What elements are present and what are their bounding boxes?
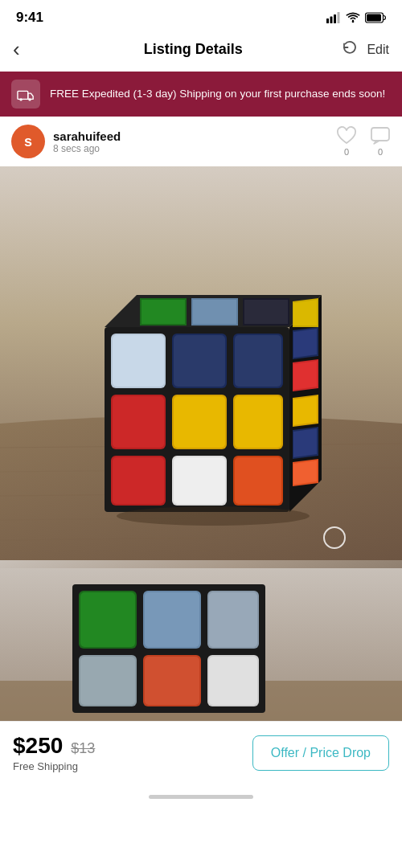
like-count: 0 [344, 147, 349, 157]
comment-count: 0 [378, 147, 383, 157]
image-indicator [323, 526, 346, 549]
svg-marker-51 [293, 361, 317, 390]
offer-price-drop-button[interactable]: Offer / Price Drop [252, 735, 389, 771]
svg-marker-49 [293, 329, 317, 358]
svg-marker-47 [293, 300, 317, 326]
seller-actions: 0 0 [336, 126, 391, 157]
svg-rect-29 [174, 396, 225, 448]
svg-point-9 [28, 98, 31, 100]
svg-marker-40 [142, 300, 185, 324]
cube-illustration-2 [0, 568, 402, 721]
svg-rect-10 [371, 128, 389, 141]
svg-rect-2 [334, 14, 336, 23]
svg-marker-55 [293, 428, 317, 457]
svg-marker-57 [293, 461, 317, 485]
svg-rect-0 [326, 18, 329, 23]
nav-bar: ‹ Listing Details Edit [0, 31, 402, 72]
svg-rect-6 [367, 14, 381, 22]
product-image-main [0, 166, 402, 560]
price-section: $250 $13 Free Shipping [13, 733, 95, 772]
svg-rect-35 [174, 457, 225, 504]
svg-marker-53 [293, 396, 317, 425]
svg-point-8 [19, 98, 22, 100]
battery-icon [365, 12, 386, 23]
status-icons [326, 12, 386, 23]
svg-rect-65 [145, 592, 199, 647]
status-time: 9:41 [16, 10, 43, 26]
svg-point-58 [117, 506, 310, 526]
page-title: Listing Details [45, 41, 341, 58]
wifi-icon [346, 12, 360, 23]
svg-rect-73 [209, 657, 257, 705]
nav-right-actions: Edit [341, 39, 389, 60]
svg-rect-3 [338, 12, 340, 23]
refresh-button[interactable] [341, 39, 359, 60]
svg-rect-63 [80, 592, 135, 647]
avatar: s [11, 125, 45, 158]
signal-icon [326, 12, 341, 23]
home-indicator [0, 788, 402, 802]
svg-rect-71 [145, 657, 199, 705]
svg-rect-67 [209, 592, 257, 647]
bottom-bar: $250 $13 Free Shipping Offer / Price Dro… [0, 721, 402, 788]
seller-info: sarahuifeed 8 secs ago [53, 129, 121, 154]
like-button[interactable]: 0 [336, 126, 357, 157]
svg-rect-33 [113, 457, 164, 504]
price-current: $250 [13, 733, 63, 759]
svg-marker-42 [193, 300, 236, 324]
promo-shipping-icon [11, 80, 40, 108]
svg-rect-31 [235, 396, 281, 448]
svg-rect-27 [113, 396, 164, 448]
svg-rect-23 [174, 335, 225, 387]
shipping-label: Free Shipping [13, 760, 95, 772]
price-original: $13 [71, 740, 95, 757]
svg-point-4 [352, 21, 355, 23]
svg-rect-69 [80, 657, 135, 705]
price-row: $250 $13 [13, 733, 95, 759]
home-bar [149, 795, 253, 799]
svg-rect-21 [113, 335, 164, 387]
svg-rect-25 [235, 335, 281, 387]
svg-rect-7 [18, 91, 28, 99]
edit-button[interactable]: Edit [367, 43, 389, 57]
promo-text: FREE Expedited (1-3 day) Shipping on you… [50, 87, 385, 102]
seller-row: s sarahuifeed 8 secs ago 0 0 [0, 117, 402, 166]
comment-button[interactable]: 0 [370, 126, 391, 157]
back-button[interactable]: ‹ [13, 37, 45, 62]
seller-time: 8 secs ago [53, 143, 121, 154]
seller-left: s sarahuifeed 8 secs ago [11, 125, 121, 158]
promo-banner: FREE Expedited (1-3 day) Shipping on you… [0, 72, 402, 117]
svg-marker-44 [244, 300, 288, 324]
svg-rect-37 [235, 457, 281, 504]
cube-illustration [0, 166, 402, 560]
product-image-secondary [0, 560, 402, 721]
svg-rect-1 [330, 17, 333, 24]
seller-name[interactable]: sarahuifeed [53, 129, 121, 143]
status-bar: 9:41 [0, 0, 402, 31]
